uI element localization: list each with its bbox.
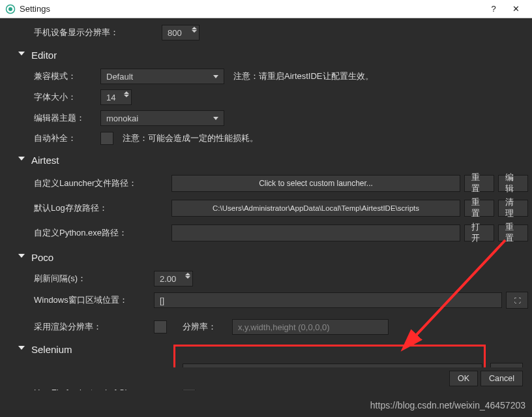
spin-down-icon[interactable] <box>192 30 197 33</box>
python-reset-button[interactable]: 重置 <box>498 224 528 241</box>
app-icon <box>5 4 16 14</box>
launcher-label: 自定义Launcher文件路径： <box>34 178 168 189</box>
spin-down-icon[interactable] <box>124 95 129 97</box>
python-row: 自定义Python.exe路径： 打开 重置 <box>4 221 528 245</box>
svg-point-1 <box>8 7 12 11</box>
spin-up-icon[interactable] <box>192 27 197 29</box>
winarea-row: Windows窗口区域位置： [] ⛶ <box>4 289 528 311</box>
titlebar: Settings ? ✕ <box>0 0 532 18</box>
chevron-down-icon <box>213 117 218 120</box>
chevron-down-icon <box>213 75 218 78</box>
logdir-path[interactable]: C:\Users\Administrator\AppData\Local\Tem… <box>171 200 460 217</box>
autocomplete-checkbox[interactable] <box>100 132 113 145</box>
res-input[interactable]: x,y,width,height (0,0,0,0) <box>232 319 389 335</box>
fontsize-input[interactable]: 14 <box>100 89 132 105</box>
fontsize-label: 字体大小： <box>34 91 96 103</box>
collapse-icon <box>18 52 25 59</box>
dialog-footer: OK Cancel <box>0 367 532 390</box>
autocomplete-label: 自动补全： <box>34 132 96 144</box>
renderres-row: 采用渲染分辨率： 分辨率： x,y,width,height (0,0,0,0) <box>4 311 528 337</box>
section-airtest-title: Airtest <box>31 155 59 166</box>
compat-select[interactable]: Default <box>100 69 224 84</box>
spin-down-icon[interactable] <box>185 276 190 279</box>
logdir-label: 默认Log存放路径： <box>34 202 168 214</box>
python-open-button[interactable]: 打开 <box>464 224 494 241</box>
launcher-picker[interactable]: Click to select custom launcher... <box>171 175 460 192</box>
help-button[interactable]: ? <box>482 1 505 18</box>
watermark: https://blog.csdn.net/weixin_46457203 <box>370 400 525 410</box>
renderres-checkbox[interactable] <box>154 320 167 333</box>
spin-up-icon[interactable] <box>124 91 129 94</box>
theme-label: 编辑器主题： <box>34 112 96 124</box>
launcher-edit-button[interactable]: 编辑 <box>498 175 528 192</box>
section-poco-title: Poco <box>31 252 53 263</box>
section-selenium[interactable]: Selenium <box>4 337 528 360</box>
refresh-input[interactable]: 2.00 <box>154 271 193 286</box>
logdir-row: 默认Log存放路径： C:\Users\Administrator\AppDat… <box>4 196 528 221</box>
python-label: 自定义Python.exe路径： <box>34 227 168 239</box>
section-editor-title: Editor <box>31 50 57 61</box>
device-resolution-row: 手机设备显示分辨率： 800 <box>4 22 528 43</box>
spin-up-icon[interactable] <box>185 273 190 275</box>
ok-button[interactable]: OK <box>449 371 478 386</box>
renderres-label: 采用渲染分辨率： <box>34 321 150 333</box>
device-resolution-label: 手机设备显示分辨率： <box>34 27 158 39</box>
section-selenium-title: Selenium <box>31 344 72 355</box>
collapse-icon <box>18 346 25 353</box>
python-path[interactable] <box>171 224 460 241</box>
logdir-clean-button[interactable]: 清理 <box>498 200 528 217</box>
expand-button[interactable]: ⛶ <box>506 292 528 309</box>
section-airtest[interactable]: Airtest <box>4 148 528 171</box>
section-editor[interactable]: Editor <box>4 43 528 66</box>
collapse-icon <box>18 157 25 164</box>
window-title: Settings <box>20 4 482 14</box>
winarea-label: Windows窗口区域位置： <box>34 294 150 306</box>
device-resolution-input[interactable]: 800 <box>162 25 200 40</box>
expand-icon: ⛶ <box>514 297 520 304</box>
launcher-reset-button[interactable]: 重置 <box>464 175 494 192</box>
launcher-row: 自定义Launcher文件路径： Click to select custom … <box>4 171 528 196</box>
cancel-button[interactable]: Cancel <box>480 371 523 386</box>
compat-label: 兼容模式： <box>34 70 96 82</box>
settings-content: 手机设备显示分辨率： 800 Editor 兼容模式： Default 注意：请… <box>0 18 532 390</box>
autocomplete-row: 自动补全： 注意：可能会造成一定的性能损耗。 <box>4 129 528 148</box>
refresh-row: 刷新间隔(s)： 2.00 <box>4 268 528 289</box>
logdir-reset-button[interactable]: 重置 <box>464 200 494 217</box>
collapse-icon <box>18 254 25 261</box>
close-button[interactable]: ✕ <box>505 1 527 18</box>
compat-row: 兼容模式： Default 注意：请重启AirtestIDE让配置生效。 <box>4 66 528 87</box>
theme-row: 编辑器主题： monokai <box>4 108 528 129</box>
compat-hint: 注意：请重启AirtestIDE让配置生效。 <box>233 70 374 82</box>
winarea-input[interactable]: [] <box>154 292 502 308</box>
res-label: 分辨率： <box>183 321 228 333</box>
section-poco[interactable]: Poco <box>4 245 528 268</box>
refresh-label: 刷新间隔(s)： <box>34 273 150 285</box>
fontsize-row: 字体大小： 14 <box>4 87 528 108</box>
autocomplete-hint: 注意：可能会造成一定的性能损耗。 <box>123 132 258 144</box>
theme-select[interactable]: monokai <box>100 110 224 126</box>
